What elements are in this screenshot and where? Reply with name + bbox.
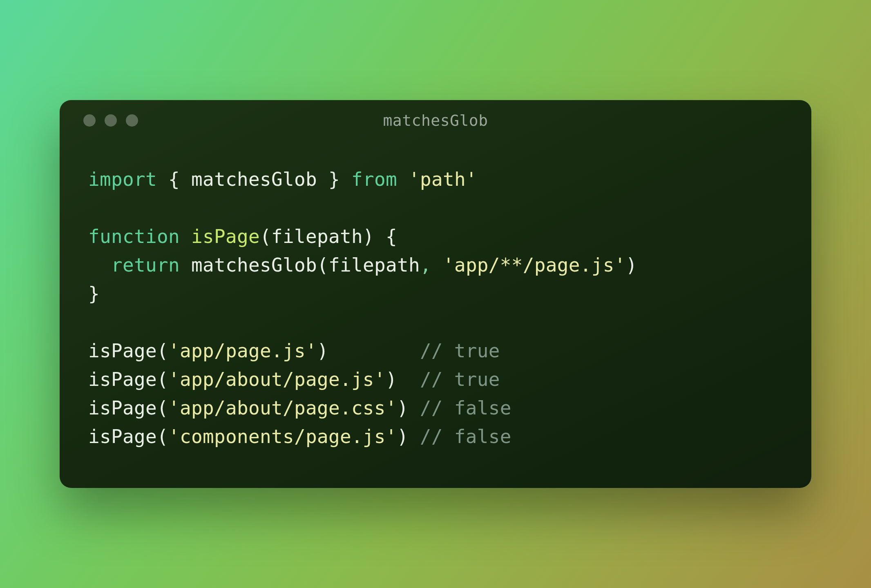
code-line: isPage('app/about/page.css') // false — [88, 394, 783, 423]
function-call: isPage — [88, 340, 157, 362]
parameter: filepath — [271, 225, 363, 247]
traffic-lights — [60, 114, 138, 127]
function-call: isPage — [88, 425, 157, 448]
function-name: isPage — [191, 225, 260, 247]
keyword: return — [111, 254, 180, 276]
code-line: isPage('components/page.js') // false — [88, 423, 783, 451]
keyword: function — [88, 225, 180, 247]
string-literal: 'path' — [409, 168, 477, 190]
string-literal: 'app/page.js' — [168, 340, 317, 362]
comment: // false — [420, 397, 511, 419]
code-line: } — [88, 280, 783, 308]
code-line: import { matchesGlob } from 'path' — [88, 165, 783, 194]
window-title: matchesGlob — [60, 111, 811, 129]
code-line: isPage('app/about/page.js') // true — [88, 365, 783, 394]
zoom-icon[interactable] — [126, 114, 138, 127]
titlebar: matchesGlob — [60, 100, 811, 141]
identifier: matchesGlob — [191, 168, 317, 190]
comment: // true — [420, 368, 500, 390]
code-line — [88, 308, 783, 337]
code-line: function isPage(filepath) { — [88, 223, 783, 251]
keyword: import — [88, 168, 157, 190]
function-call: isPage — [88, 397, 157, 419]
function-call: isPage — [88, 368, 157, 390]
close-icon[interactable] — [83, 114, 96, 127]
code-window: matchesGlob import { matchesGlob } from … — [60, 100, 811, 488]
code-block: import { matchesGlob } from 'path' funct… — [60, 141, 811, 488]
comment: // false — [420, 425, 511, 448]
code-line — [88, 194, 783, 223]
code-line: return matchesGlob(filepath, 'app/**/pag… — [88, 251, 783, 280]
string-literal: 'app/about/page.css' — [168, 397, 397, 419]
string-literal: 'app/about/page.js' — [168, 368, 386, 390]
code-line: isPage('app/page.js') // true — [88, 337, 783, 365]
keyword: from — [351, 168, 397, 190]
string-literal: 'app/**/page.js' — [443, 254, 626, 276]
string-literal: 'components/page.js' — [168, 425, 397, 448]
comment: // true — [420, 340, 500, 362]
function-call: matchesGlob — [191, 254, 317, 276]
minimize-icon[interactable] — [105, 114, 117, 127]
identifier: filepath — [328, 254, 420, 276]
